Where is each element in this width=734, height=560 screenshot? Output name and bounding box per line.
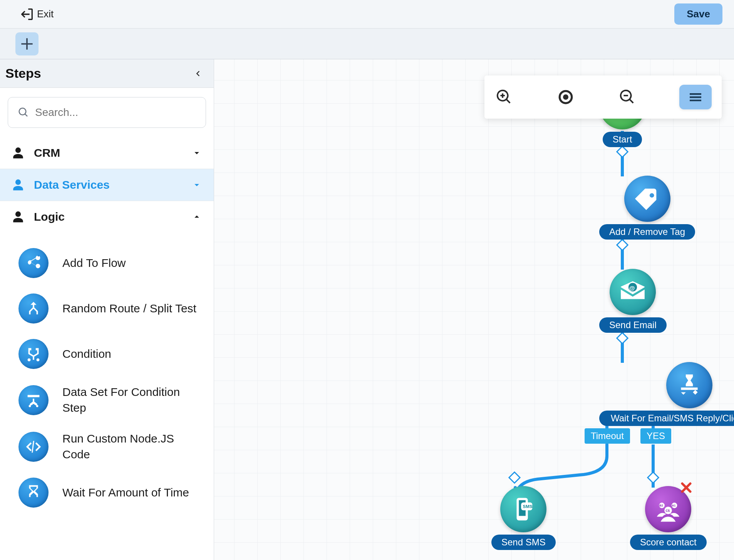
hamburger-icon xyxy=(688,89,703,105)
logic-item-label: Data Set For Condition Step xyxy=(62,384,202,416)
zoom-in-icon xyxy=(495,88,513,106)
svg-text:SMS: SMS xyxy=(523,504,533,509)
svg-point-5 xyxy=(36,405,39,407)
category-logic[interactable]: Logic xyxy=(0,201,214,233)
svg-text:B2: B2 xyxy=(660,504,664,507)
chevron-up-icon xyxy=(191,211,202,222)
node-wait-reply[interactable]: Wait For Email/SMS Reply/Click/Open xyxy=(599,362,734,426)
logic-item-condition[interactable]: Condition xyxy=(0,331,214,377)
node-label: Send SMS xyxy=(491,535,556,550)
collapse-sidebar-icon[interactable] xyxy=(192,68,203,79)
logic-item-run-nodejs[interactable]: Run Custom Node.JS Code xyxy=(0,423,214,470)
chevron-down-icon xyxy=(191,148,202,158)
share-icon: + xyxy=(18,248,49,278)
tag-icon xyxy=(634,185,661,212)
email-icon: @ xyxy=(618,278,647,306)
svg-point-4 xyxy=(29,405,31,407)
delete-node-icon[interactable] xyxy=(679,481,693,495)
save-button[interactable]: Save xyxy=(674,3,722,25)
logic-item-label: Random Route / Split Test xyxy=(62,301,196,317)
branch-icon xyxy=(18,339,49,369)
zoom-toolbar xyxy=(484,75,722,119)
node-label: Wait For Email/SMS Reply/Click/Open xyxy=(599,411,734,426)
sidebar-title: Steps xyxy=(5,66,41,81)
svg-text:C5: C5 xyxy=(666,509,670,513)
node-label: Score contact xyxy=(630,535,707,550)
category-data-services[interactable]: Data Services xyxy=(0,169,214,201)
svg-point-3 xyxy=(37,359,40,362)
search-input[interactable] xyxy=(8,97,206,128)
branch-badge-timeout: Timeout xyxy=(585,428,630,444)
steps-sidebar: Steps CRM Data Services xyxy=(0,59,214,560)
flow-canvas[interactable]: Start Add / Remove Tag @ Send Email xyxy=(214,59,734,560)
svg-text:+: + xyxy=(37,254,40,258)
svg-text:@: @ xyxy=(629,285,635,291)
node-add-remove-tag[interactable]: Add / Remove Tag xyxy=(599,176,695,240)
logic-item-label: Add To Flow xyxy=(62,255,126,271)
chevron-down-icon xyxy=(191,179,202,190)
logic-items-list: + Add To Flow Random Route / Split Test … xyxy=(0,233,214,527)
exit-icon xyxy=(19,7,35,22)
branch-badge-yes: YES xyxy=(640,428,671,444)
add-step-button[interactable] xyxy=(15,32,39,55)
logic-item-label: Wait For Amount of Time xyxy=(62,485,189,501)
node-label: Start xyxy=(603,132,642,147)
recenter-button[interactable] xyxy=(556,87,575,107)
logic-item-dataset-condition[interactable]: Data Set For Condition Step xyxy=(0,377,214,423)
exit-button[interactable]: Exit xyxy=(19,7,54,22)
logic-item-label: Run Custom Node.JS Code xyxy=(62,431,202,462)
code-icon xyxy=(18,432,49,462)
logic-item-add-to-flow[interactable]: + Add To Flow xyxy=(0,240,214,286)
person-icon xyxy=(12,178,25,191)
zoom-in-button[interactable] xyxy=(494,87,514,107)
category-label: CRM xyxy=(34,146,182,159)
wait-branch-icon xyxy=(675,371,704,399)
logic-item-label: Condition xyxy=(62,346,111,362)
split-icon xyxy=(18,293,49,324)
node-score-contact[interactable]: B2 A1 C5 Score contact xyxy=(630,486,707,550)
plus-icon xyxy=(18,35,35,52)
category-label: Logic xyxy=(34,210,182,223)
category-label: Data Services xyxy=(34,178,182,191)
canvas-menu-button[interactable] xyxy=(679,85,712,109)
svg-rect-21 xyxy=(681,387,697,390)
person-icon xyxy=(12,146,25,159)
svg-text:A1: A1 xyxy=(672,504,676,507)
hourglass-icon xyxy=(18,478,49,508)
node-label: Send Email xyxy=(599,317,667,333)
zoom-out-button[interactable] xyxy=(618,87,637,107)
dataset-icon xyxy=(18,385,49,415)
target-icon xyxy=(558,89,574,105)
svg-point-33 xyxy=(563,94,568,100)
node-send-sms[interactable]: SMS Send SMS xyxy=(491,486,556,550)
node-send-email[interactable]: @ Send Email xyxy=(599,269,667,333)
zoom-out-icon xyxy=(618,88,636,106)
svg-point-2 xyxy=(28,359,31,362)
logic-item-random-route[interactable]: Random Route / Split Test xyxy=(0,286,214,331)
exit-label: Exit xyxy=(37,8,54,20)
score-icon: B2 A1 C5 xyxy=(653,494,683,524)
logic-item-wait-time[interactable]: Wait For Amount of Time xyxy=(0,470,214,515)
sms-icon: SMS xyxy=(510,496,537,523)
person-icon xyxy=(12,210,25,223)
node-label: Add / Remove Tag xyxy=(599,224,695,240)
category-crm[interactable]: CRM xyxy=(0,137,214,169)
